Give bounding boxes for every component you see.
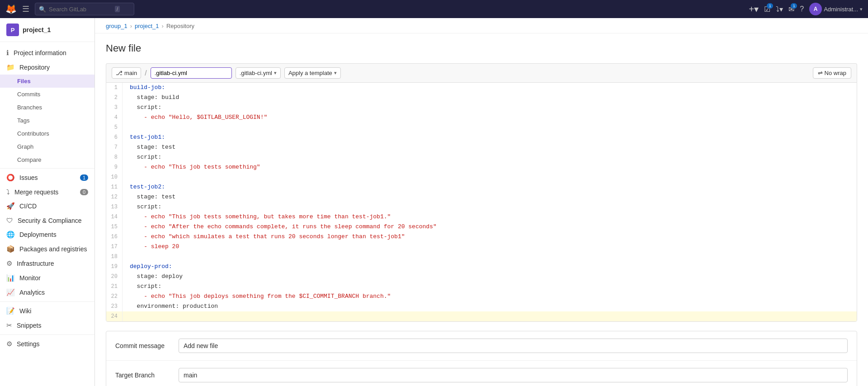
user-menu[interactable]: A Administrat... ▾ [809,3,863,15]
sidebar-item-tags[interactable]: Tags [0,114,94,127]
code-line: 22 - echo "This job deploys something fr… [106,292,857,301]
inbox-icon[interactable]: ✉ 1 [788,5,794,14]
help-icon[interactable]: ? [800,5,804,13]
sidebar-item-contributors[interactable]: Contributors [0,127,94,140]
line-content: script: [123,282,857,292]
line-content: script: [123,103,857,113]
project-info-icon: ℹ [6,49,9,57]
commit-message-row: Commit message [106,331,857,361]
breadcrumb-group[interactable]: group_1 [106,23,127,29]
code-line: 17 - sleep 20 [106,242,857,252]
project-name: project_1 [23,26,51,33]
deployments-icon: 🌐 [6,231,15,239]
branch-selector[interactable]: ⎇ main [112,67,141,79]
path-separator: / [145,69,146,77]
line-content: stage: deploy [123,272,857,282]
breadcrumb-project[interactable]: project_1 [135,23,159,29]
sidebar-item-wiki[interactable]: 📝 Wiki [0,304,94,318]
sidebar-label-tags: Tags [17,117,29,124]
line-content [123,172,857,182]
line-number: 8 [106,152,123,162]
sidebar-item-deployments[interactable]: 🌐 Deployments [0,227,94,242]
sidebar-item-monitor[interactable]: 📊 Monitor [0,271,94,285]
target-branch-input[interactable] [179,368,848,382]
create-new-button[interactable]: +▾ [749,4,759,14]
commit-message-label: Commit message [115,339,170,349]
todo-badge: 1 [767,3,773,9]
hamburger-icon[interactable]: ☰ [22,4,29,14]
code-line: 8 script: [106,152,857,162]
sidebar-label-files: Files [17,78,31,85]
line-content [123,252,857,262]
line-number: 5 [106,122,123,132]
file-editor-header: ⎇ main / .gitlab-ci.yml ▾ Apply a templa… [106,63,857,82]
search-icon: 🔍 [39,6,46,13]
sidebar-label-compare: Compare [17,156,41,163]
line-number: 21 [106,282,123,292]
template-type-label: .gitlab-ci.yml [240,70,272,76]
line-content [123,311,857,321]
line-content: test-job2: [123,182,857,192]
commit-message-input[interactable] [179,339,848,353]
search-input[interactable] [49,6,112,13]
code-line: 23 environment: production [106,301,857,311]
merge-request-icon[interactable]: ⤵▾ [776,5,783,14]
sidebar-label-project-information: Project information [14,49,66,56]
sidebar-item-project-information[interactable]: ℹ Project information [0,46,94,60]
main-content: group_1 › project_1 › Repository New fil… [95,18,868,386]
sidebar-label-security-compliance: Security & Compliance [18,217,82,224]
line-number: 20 [106,272,123,282]
sidebar-item-infrastructure[interactable]: ⚙ Infrastructure [0,256,94,271]
apply-template-dropdown[interactable]: Apply a template ▾ [284,67,341,79]
user-chevron-icon: ▾ [860,6,863,12]
sidebar-item-snippets[interactable]: ✂ Snippets [0,318,94,333]
search-box[interactable]: 🔍 / [35,3,134,15]
sidebar-item-issues[interactable]: ⭕ Issues 1 [0,170,94,185]
sidebar-item-security-compliance[interactable]: 🛡 Security & Compliance [0,213,94,227]
code-line: 24 [106,311,857,321]
template-type-dropdown[interactable]: .gitlab-ci.yml ▾ [236,67,281,79]
sidebar-item-commits[interactable]: Commits [0,88,94,101]
user-label: Administrat... [824,6,858,13]
issues-icon: ⭕ [6,174,15,182]
sidebar-item-analytics[interactable]: 📈 Analytics [0,285,94,300]
code-line: 6test-job1: [106,132,857,142]
line-number: 7 [106,142,123,152]
line-content [123,122,857,132]
line-number: 9 [106,162,123,172]
breadcrumb: group_1 › project_1 › Repository [95,18,868,33]
branch-icon: ⎇ [116,70,123,76]
no-wrap-button[interactable]: ⇌ No wrap [813,67,851,79]
navbar-actions: +▾ ☑ 1 ⤵▾ ✉ 1 ? A Administrat... ▾ [749,3,863,15]
line-content: - echo "This job deploys something from … [123,292,857,301]
code-line: 1build-job: [106,83,857,93]
line-content: - sleep 20 [123,242,857,252]
breadcrumb-sep-1: › [130,23,132,29]
project-header[interactable]: P project_1 [0,18,94,42]
search-shortcut: / [115,6,120,12]
sidebar-label-branches: Branches [17,104,42,111]
code-line: 5 [106,122,857,132]
sidebar-item-graph[interactable]: Graph [0,140,94,153]
code-line: 11test-job2: [106,182,857,192]
sidebar-item-branches[interactable]: Branches [0,101,94,114]
line-number: 13 [106,202,123,212]
line-number: 23 [106,301,123,311]
sidebar-item-cicd[interactable]: 🚀 CI/CD [0,199,94,213]
code-line: 10 [106,172,857,182]
sidebar-item-merge-requests[interactable]: ⤵ Merge requests 0 [0,185,94,199]
code-line: 18 [106,252,857,262]
no-wrap-icon: ⇌ [818,70,823,76]
sidebar: P project_1 ℹ Project information 📁 Repo… [0,18,95,386]
code-editor[interactable]: 1build-job:2 stage: build3 script:4 - ec… [106,82,857,322]
sidebar-item-files[interactable]: Files [0,75,94,88]
todo-icon[interactable]: ☑ 1 [764,5,770,14]
code-line: 13 script: [106,202,857,212]
sidebar-item-repository[interactable]: 📁 Repository [0,60,94,75]
monitor-icon: 📊 [6,274,15,282]
sidebar-item-compare[interactable]: Compare [0,153,94,166]
sidebar-item-settings[interactable]: ⚙ Settings [0,337,94,351]
code-line: 9 - echo "This job tests something" [106,162,857,172]
filename-input[interactable] [151,67,232,79]
sidebar-item-packages-registries[interactable]: 📦 Packages and registries [0,242,94,256]
